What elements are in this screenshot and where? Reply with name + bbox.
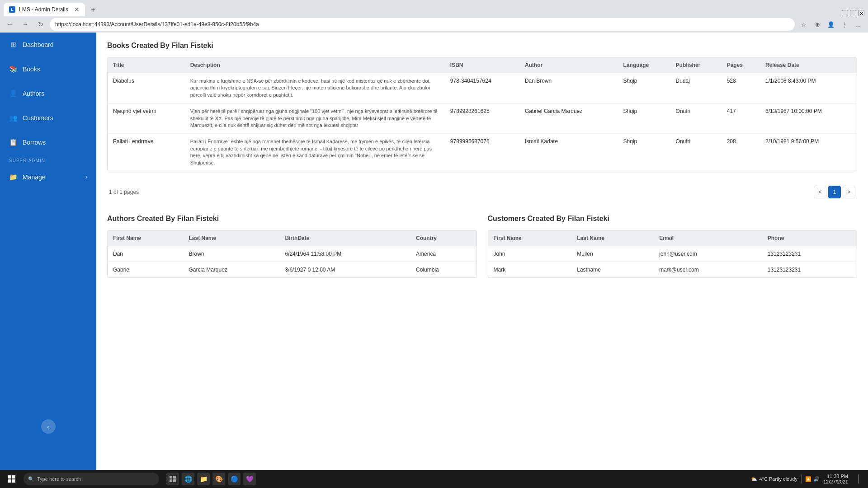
books-col-pages: Pages xyxy=(722,57,760,73)
taskbar-search-placeholder: Type here to search xyxy=(37,476,81,482)
authors-section-title: Authors Created By Filan Fisteki xyxy=(107,215,477,223)
sidebar-item-manage[interactable]: 📁 Manage › xyxy=(0,165,96,189)
sidebar-collapse-button[interactable]: ‹ xyxy=(41,419,56,434)
settings-icon[interactable]: ⋮ xyxy=(838,18,851,31)
book-publisher: Dudaj xyxy=(670,73,722,103)
address-bar[interactable]: https://localhost:44393/Account/UserDeta… xyxy=(50,18,795,31)
authors-table-row: Gabriel Garcia Marquez 3/6/1927 0 12:00 … xyxy=(108,262,476,277)
book-author: Gabriel Garcia Marquez xyxy=(519,103,618,134)
sidebar-item-dashboard[interactable]: ⊞ Dashboard xyxy=(0,33,96,57)
svg-rect-6 xyxy=(170,479,172,482)
start-button[interactable] xyxy=(4,471,20,487)
customers-col-phone: Phone xyxy=(762,230,857,246)
taskbar-color-icon[interactable]: 🎨 xyxy=(212,473,225,485)
new-tab-button[interactable]: + xyxy=(87,4,99,16)
books-col-publisher: Publisher xyxy=(670,57,722,73)
books-section: Books Created By Filan Fisteki Title Des… xyxy=(107,42,857,204)
books-icon: 📚 xyxy=(9,65,17,73)
svg-rect-3 xyxy=(12,479,15,483)
taskbar-chrome-icon[interactable]: 🔵 xyxy=(228,473,241,485)
customer-firstname: Mark xyxy=(488,262,572,277)
customer-lastname: Lastname xyxy=(571,262,654,277)
author-firstname: Dan xyxy=(108,246,183,262)
books-col-language: Language xyxy=(618,57,670,73)
book-isbn: 9789928261625 xyxy=(445,103,519,134)
sidebar-item-customers[interactable]: 👥 Customers xyxy=(0,106,96,130)
books-section-title: Books Created By Filan Fisteki xyxy=(107,42,857,50)
customers-table-container: First Name Last Name Email Phone John Mu… xyxy=(488,230,858,278)
books-col-author: Author xyxy=(519,57,618,73)
super-admin-label: SUPER ADMIN xyxy=(0,155,96,165)
browser-chrome: L LMS - Admin Details ✕ + ✕ ← → ↻ https:… xyxy=(0,0,868,33)
browser-toolbar: ← → ↻ https://localhost:44393/Account/Us… xyxy=(0,16,868,33)
book-pages: 528 xyxy=(722,73,760,103)
customers-table-row: John Mullen john@user.com 13123123231 xyxy=(488,246,857,262)
back-button[interactable]: ← xyxy=(4,18,16,31)
volume-icon: 🔊 xyxy=(813,476,820,482)
taskbar-edge-icon[interactable]: 🌐 xyxy=(182,473,194,485)
taskbar-search[interactable]: 🔍 Type here to search xyxy=(24,473,159,485)
sidebar-label-authors: Authors xyxy=(23,90,44,97)
maximize-button[interactable] xyxy=(850,10,856,16)
books-page-controls: < 1 > xyxy=(814,186,855,198)
network-icon: 🔼 xyxy=(805,476,811,482)
customers-table-row: Mark Lastname mark@user.com 13123123231 xyxy=(488,262,857,277)
books-col-title: Title xyxy=(108,57,185,73)
book-title: Diabolus xyxy=(108,73,185,103)
sidebar-item-authors[interactable]: 👤 Authors xyxy=(0,81,96,106)
tab-title: LMS - Admin Details xyxy=(19,6,68,13)
author-birthdate: 6/24/1964 11:58:00 PM xyxy=(279,246,410,262)
more-icon[interactable]: … xyxy=(852,18,864,31)
taskbar-file-explorer-icon[interactable]: 📁 xyxy=(197,473,210,485)
author-lastname: Garcia Marquez xyxy=(183,262,279,277)
minimize-button[interactable] xyxy=(842,10,848,16)
svg-rect-5 xyxy=(173,476,176,479)
tab-favicon: L xyxy=(9,6,15,13)
book-publisher: Onufri xyxy=(670,134,722,171)
taskbar-task-view[interactable] xyxy=(166,473,179,485)
book-publisher: Onufri xyxy=(670,103,722,134)
customer-email: mark@user.com xyxy=(654,262,762,277)
clock-date: 12/27/2021 xyxy=(823,479,848,484)
weather-text: 4°C Partly cloudy xyxy=(759,476,797,482)
book-release-date: 2/10/1981 9:56:00 PM xyxy=(760,134,857,171)
books-col-release-date: Release Date xyxy=(760,57,857,73)
collections-icon[interactable]: ⊕ xyxy=(811,18,824,31)
book-isbn: 9789995687076 xyxy=(445,134,519,171)
books-page-info: 1 of 1 pages xyxy=(109,189,139,195)
customers-section-title: Customers Created By Filan Fisteki xyxy=(488,215,858,223)
books-page-1-button[interactable]: 1 xyxy=(828,186,841,198)
books-col-description: Description xyxy=(185,57,445,73)
book-description: Kur makina e fuqishme e NSA-së për zbërt… xyxy=(185,73,445,103)
svg-rect-1 xyxy=(12,475,15,479)
authors-col-country: Country xyxy=(410,230,476,246)
search-icon: 🔍 xyxy=(28,476,34,482)
book-language: Shqip xyxy=(618,103,670,134)
taskbar-right: ⛅ 4°C Partly cloudy 🔼 🔊 11:38 PM 12/27/2… xyxy=(751,473,864,485)
taskbar-vs-icon[interactable]: 💜 xyxy=(243,473,256,485)
author-country: Columbia xyxy=(410,262,476,277)
taskbar-clock: 11:38 PM 12/27/2021 xyxy=(823,474,848,484)
refresh-button[interactable]: ↻ xyxy=(34,18,47,31)
sidebar-label-borrows: Borrows xyxy=(23,139,46,146)
author-country: America xyxy=(410,246,476,262)
books-pagination: 1 of 1 pages < 1 > xyxy=(107,180,857,204)
show-desktop-button[interactable] xyxy=(852,473,864,485)
authors-col-firstname: First Name xyxy=(108,230,183,246)
profile-icon[interactable]: 👤 xyxy=(825,18,837,31)
browser-tab-active[interactable]: L LMS - Admin Details ✕ xyxy=(4,3,85,16)
forward-button[interactable]: → xyxy=(19,18,32,31)
customer-firstname: John xyxy=(488,246,572,262)
customers-section: Customers Created By Filan Fisteki First… xyxy=(488,215,858,287)
sidebar-item-borrows[interactable]: 📋 Borrows xyxy=(0,130,96,155)
sidebar-item-books[interactable]: 📚 Books xyxy=(0,57,96,81)
close-window-button[interactable]: ✕ xyxy=(858,10,864,16)
favorites-icon[interactable]: ☆ xyxy=(797,18,810,31)
books-next-button[interactable]: > xyxy=(843,186,855,198)
app-container: ⊞ Dashboard 📚 Books 👤 Authors 👥 Customer… xyxy=(0,33,868,470)
book-title: Pallati i endrrave xyxy=(108,134,185,171)
customers-col-email: Email xyxy=(654,230,762,246)
tab-close-button[interactable]: ✕ xyxy=(74,6,80,13)
authors-icon: 👤 xyxy=(9,89,17,98)
books-prev-button[interactable]: < xyxy=(814,186,826,198)
